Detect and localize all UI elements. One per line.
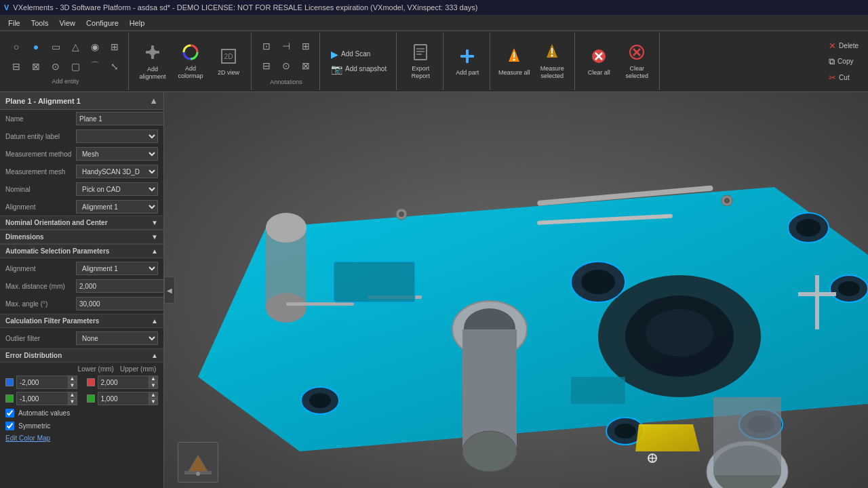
upper-up-1[interactable]: ▲ xyxy=(149,375,158,382)
ann-2[interactable]: ⊣ xyxy=(277,37,296,56)
entity-curve[interactable]: ⌒ xyxy=(85,57,104,76)
ann-1[interactable]: ⊡ xyxy=(257,37,276,56)
entity-rect[interactable]: ▢ xyxy=(66,57,85,76)
max-distance-input[interactable] xyxy=(76,279,164,293)
outlier-filter-label: Outlier filter xyxy=(5,335,73,342)
section-dimensions-header[interactable]: Dimensions ▼ xyxy=(0,230,163,244)
menu-view[interactable]: View xyxy=(54,18,81,28)
entity-complex[interactable]: ⊞ xyxy=(105,37,124,56)
entity-slot[interactable]: ▭ xyxy=(46,37,65,56)
entity-circle[interactable]: ○ xyxy=(7,37,26,56)
measurement-mesh-select[interactable]: HandySCAN 3D_D xyxy=(76,165,158,178)
clear-all-button[interactable]: Clear all xyxy=(580,35,617,89)
section-nominal-label: Nominal Orientation and Center xyxy=(5,219,108,226)
svg-point-70 xyxy=(196,472,200,476)
upper-swatch-2[interactable] xyxy=(87,394,95,403)
lower-input-1[interactable] xyxy=(16,375,68,389)
menu-help[interactable]: Help xyxy=(124,18,151,28)
clear-selected-label: Clear selected xyxy=(620,65,654,80)
measure-all-button[interactable]: Measure all xyxy=(496,35,532,89)
add-alignment-button[interactable]: Add alignment xyxy=(134,35,171,89)
entity-sphere[interactable]: ◉ xyxy=(85,37,104,56)
entity-grid: ○ ● ▭ △ ◉ ⊞ ⊟ ⊠ ⊙ ▢ ⌒ ⤡ xyxy=(7,37,124,76)
measurement-mesh-label: Measurement mesh xyxy=(5,168,73,176)
export-report-button[interactable]: Export Report xyxy=(402,35,439,89)
sidebar-toggle-button[interactable]: ◀ xyxy=(164,277,175,304)
symmetric-row: Symmetric xyxy=(0,420,163,432)
ann-4[interactable]: ⊟ xyxy=(257,56,276,75)
menu-tools[interactable]: Tools xyxy=(26,18,54,28)
entity-grid1[interactable]: ⊟ xyxy=(7,57,26,76)
add-scan-label: Add Scan xyxy=(341,50,370,58)
datum-select[interactable] xyxy=(76,129,158,143)
section-auto-header[interactable]: Automatic Selection Parameters ▲ xyxy=(0,244,163,258)
viewport[interactable]: ◀ xyxy=(164,92,868,488)
add-scan-button[interactable]: ▶ Add Scan xyxy=(328,47,389,61)
delete-button[interactable]: ✕ Delete xyxy=(826,39,861,52)
entity-grid2[interactable]: ⊠ xyxy=(26,57,45,76)
add-part-label: Add part xyxy=(456,69,479,77)
lower-spinbox-1: ▲ ▼ xyxy=(16,375,77,389)
svg-marker-68 xyxy=(188,455,208,472)
max-angle-input[interactable] xyxy=(76,297,164,310)
upper-swatch-1[interactable] xyxy=(87,378,95,386)
max-angle-row: Max. angle (°) ▲ ▼ xyxy=(0,295,163,312)
measure-selected-button[interactable]: Measure selected xyxy=(534,35,570,89)
lower-up-1[interactable]: ▲ xyxy=(68,375,77,382)
section-error-header[interactable]: Error Distribution ▲ xyxy=(0,348,163,363)
add-colormap-button[interactable]: Add colormap xyxy=(172,35,209,89)
copy-button[interactable]: ⧉ Copy xyxy=(826,55,861,68)
entity-dot[interactable]: ● xyxy=(26,37,45,56)
svg-rect-6 xyxy=(414,45,427,60)
outlier-filter-select[interactable]: None xyxy=(76,331,158,345)
lower-input-2[interactable] xyxy=(16,392,68,405)
nominal-label: Nominal xyxy=(5,186,73,193)
lower-down-1[interactable]: ▼ xyxy=(68,382,77,389)
clear-selected-button[interactable]: Clear selected xyxy=(618,35,655,89)
upper-up-2[interactable]: ▲ xyxy=(149,392,158,399)
add-snapshot-button[interactable]: 📷 Add snapshot xyxy=(328,62,389,76)
edit-color-map-link[interactable]: Edit Color Map xyxy=(0,432,163,444)
entity-torus[interactable]: ⊙ xyxy=(46,57,65,76)
lower-up-2[interactable]: ▲ xyxy=(68,392,77,399)
section-error-label: Error Distribution xyxy=(5,352,62,359)
symmetric-checkbox[interactable] xyxy=(5,422,14,430)
svg-point-40 xyxy=(309,393,331,408)
add-snapshot-label: Add snapshot xyxy=(345,65,387,73)
outlier-filter-row: Outlier filter None xyxy=(0,329,163,347)
menu-file[interactable]: File xyxy=(3,18,26,28)
nominal-select[interactable]: Pick on CAD xyxy=(76,182,158,196)
view-2d-button[interactable]: 2D 2D view xyxy=(210,35,247,89)
auto-alignment-label: Alignment xyxy=(5,265,73,272)
name-input[interactable] xyxy=(76,112,164,125)
ann-5[interactable]: ⊙ xyxy=(277,56,296,75)
section-calc-header[interactable]: Calculation Filter Parameters ▲ xyxy=(0,314,163,328)
add-part-button[interactable]: Add part xyxy=(449,35,486,89)
error-row-2: ▲ ▼ ▲ ▼ xyxy=(0,390,163,407)
cut-button[interactable]: ✂ Cut xyxy=(826,71,861,84)
panel-header: Plane 1 - Alignment 1 ▲ xyxy=(0,92,163,110)
mini-model-view[interactable] xyxy=(178,442,218,483)
ann-3[interactable]: ⊞ xyxy=(296,37,315,56)
panel-collapse-button[interactable]: ▲ xyxy=(149,96,158,106)
section-nominal-header[interactable]: Nominal Orientation and Center ▼ xyxy=(0,216,163,230)
lower-down-2[interactable]: ▼ xyxy=(68,399,77,405)
entity-arrow[interactable]: ⤡ xyxy=(105,57,124,76)
ann-6[interactable]: ⊠ xyxy=(296,56,315,75)
entity-cone[interactable]: △ xyxy=(66,37,85,56)
measurement-method-select[interactable]: Mesh xyxy=(76,147,158,161)
upper-input-1[interactable] xyxy=(98,375,149,389)
auto-alignment-select[interactable]: Alignment 1 xyxy=(76,262,158,275)
auto-values-checkbox[interactable] xyxy=(5,409,14,418)
alignment-select[interactable]: Alignment 1 xyxy=(76,200,158,214)
upper-input-2[interactable] xyxy=(98,392,149,405)
3d-viewport-canvas[interactable] xyxy=(164,92,868,488)
upper-header: Upper (mm) xyxy=(119,365,159,373)
lower-swatch-1[interactable] xyxy=(5,378,14,386)
menu-configure[interactable]: Configure xyxy=(81,18,124,28)
upper-down-1[interactable]: ▼ xyxy=(149,382,158,389)
lower-btns-2: ▲ ▼ xyxy=(68,392,77,405)
lower-btns-1: ▲ ▼ xyxy=(68,375,77,389)
upper-down-2[interactable]: ▼ xyxy=(149,399,158,405)
lower-swatch-2[interactable] xyxy=(5,394,14,403)
